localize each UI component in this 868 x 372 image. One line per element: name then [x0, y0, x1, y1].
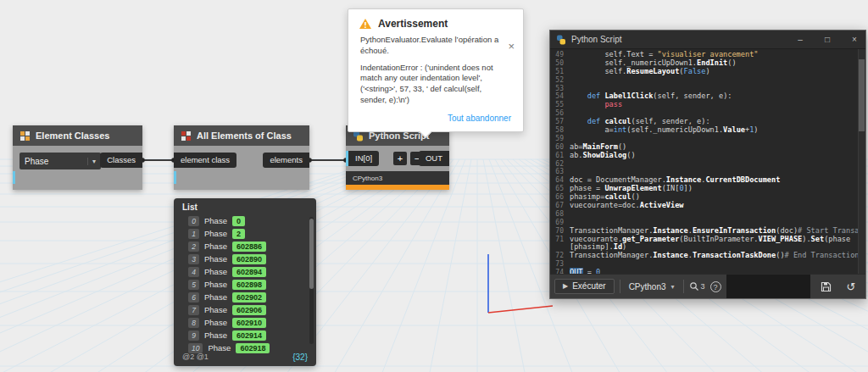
- warning-triangle-icon: !: [359, 18, 372, 30]
- zoom-control[interactable]: 3: [689, 281, 705, 291]
- input-port-in0[interactable]: IN[0]: [348, 151, 379, 166]
- list-count-badge: {32}: [292, 353, 308, 362]
- preview-accent-bar: [13, 171, 15, 184]
- list-scrollbar[interactable]: [309, 217, 314, 344]
- magnifier-icon: [689, 281, 699, 291]
- list-item: 8Phase602910: [188, 316, 316, 329]
- node-title: All Elements of Class: [197, 130, 292, 141]
- element-id-badge[interactable]: 0: [232, 216, 245, 226]
- python-icon: [556, 35, 566, 45]
- element-id-badge[interactable]: 602910: [232, 318, 266, 328]
- list-rows: 0Phase01Phase22Phase6028863Phase6028904P…: [174, 214, 316, 354]
- code-line[interactable]: 52: [550, 76, 865, 85]
- code-line[interactable]: 55 pass: [550, 101, 865, 109]
- code-line[interactable]: 51 self.ResumeLayout(False): [550, 68, 865, 76]
- maximize-button[interactable]: □: [816, 31, 838, 49]
- element-type-label: Phase: [204, 267, 227, 276]
- element-type-label: Phase: [204, 254, 227, 264]
- code-line[interactable]: 58 a=int(self._numericUpDown1.Value+1): [550, 126, 865, 135]
- list-item: 2Phase602886: [188, 240, 316, 253]
- line-number: 50: [550, 59, 564, 68]
- element-id-badge[interactable]: 602886: [232, 242, 266, 252]
- code-text: ab.ShowDialog(): [570, 152, 636, 160]
- help-button[interactable]: ?: [710, 281, 721, 292]
- line-number: 58: [550, 126, 564, 135]
- code-text: vuecourante=doc.ActiveView: [570, 202, 684, 210]
- run-button-label: Exécuter: [572, 281, 605, 291]
- run-button[interactable]: ▶ Exécuter: [554, 279, 615, 294]
- dynamo-canvas[interactable]: Element Classes Phase ▾ Classes All Elem…: [0, 0, 868, 372]
- play-icon: ▶: [563, 282, 568, 290]
- line-number: 63: [550, 168, 564, 176]
- close-button[interactable]: ×: [843, 31, 865, 49]
- engine-dropdown-value: CPython3: [629, 282, 666, 291]
- element-id-badge[interactable]: 2: [232, 229, 245, 239]
- phase-dropdown[interactable]: Phase ▾: [19, 153, 101, 169]
- line-number: 55: [550, 101, 564, 109]
- list-index-badge: 9: [188, 330, 199, 341]
- code-line[interactable]: 74OUT = 0: [550, 269, 865, 274]
- list-index-badge: 7: [188, 305, 199, 315]
- phase-dropdown-value: Phase: [25, 157, 48, 166]
- warning-popup: ! Avertissement × PythonEvaluator.Evalua…: [348, 8, 524, 132]
- list-index-badge: 1: [188, 229, 199, 239]
- code-text: a=int(self._numericUpDown1.Value+1): [570, 126, 759, 135]
- editor-toolbar: ▶ Exécuter CPython3 ▾ 3 ?: [550, 274, 865, 298]
- line-number: 57: [550, 118, 564, 126]
- editor-scrollbar[interactable]: [858, 49, 865, 274]
- output-port-elements[interactable]: elements: [263, 153, 309, 168]
- element-id-badge[interactable]: 602914: [232, 330, 266, 341]
- dismiss-all-link[interactable]: Tout abandonner: [348, 106, 523, 131]
- node-python-script[interactable]: Python Script IN[0] + − OUT CPython3: [346, 125, 449, 190]
- element-id-badge[interactable]: 602906: [232, 305, 266, 315]
- svg-text:!: !: [364, 21, 367, 30]
- add-input-button[interactable]: +: [393, 152, 407, 165]
- element-id-badge[interactable]: 602898: [232, 280, 266, 290]
- element-type-label: Phase: [204, 305, 227, 314]
- code-line[interactable]: 62: [550, 160, 865, 169]
- list-scrollbar-thumb[interactable]: [309, 219, 314, 289]
- preview-accent-bar: [174, 171, 176, 184]
- node-all-elements-header[interactable]: All Elements of Class: [174, 125, 309, 146]
- zoom-level-value: 3: [701, 282, 705, 291]
- code-line[interactable]: 72TransactionManager.Instance.Transactio…: [550, 252, 865, 260]
- save-button[interactable]: [815, 277, 836, 296]
- code-line[interactable]: 68: [550, 210, 865, 219]
- line-number: 72: [550, 252, 564, 260]
- toolbar-spacer: [726, 275, 810, 298]
- input-port-element-class[interactable]: element class: [174, 153, 236, 168]
- element-type-label: Phase: [204, 330, 227, 340]
- line-number: 66: [550, 193, 564, 202]
- editor-scrollbar-thumb[interactable]: [859, 59, 865, 131]
- code-line[interactable]: 61ab.ShowDialog(): [550, 152, 865, 160]
- python-editor-window[interactable]: Python Script – □ × 49 self.Text = "visu…: [549, 30, 866, 299]
- node-all-elements-of-class[interactable]: All Elements of Class element class elem…: [174, 125, 309, 190]
- element-type-label: Phase: [204, 242, 227, 251]
- list-preview-bubble[interactable]: List 0Phase01Phase22Phase6028863Phase602…: [174, 198, 316, 366]
- chevron-down-icon: ▾: [87, 158, 96, 165]
- list-item: 0Phase0: [188, 214, 316, 227]
- revert-button[interactable]: ↺: [841, 277, 861, 296]
- line-number: 59: [550, 135, 564, 143]
- output-port-classes[interactable]: Classes: [100, 153, 142, 168]
- list-item: 3Phase602890: [188, 253, 316, 265]
- editor-titlebar[interactable]: Python Script – □ ×: [550, 31, 865, 49]
- element-type-label: Phase: [204, 280, 227, 289]
- node-element-classes-header[interactable]: Element Classes: [13, 125, 142, 146]
- engine-dropdown[interactable]: CPython3 ▾: [626, 282, 678, 291]
- list-levels-indicator: @2 @1: [182, 353, 209, 362]
- warning-title: Avertissement: [378, 18, 448, 30]
- list-index-badge: 6: [188, 292, 199, 303]
- node-element-classes[interactable]: Element Classes Phase ▾ Classes: [13, 125, 142, 190]
- line-number: 51: [550, 68, 564, 76]
- element-id-badge[interactable]: 602902: [232, 292, 266, 303]
- element-id-badge[interactable]: 602890: [232, 254, 266, 264]
- minimize-button[interactable]: –: [789, 31, 811, 49]
- code-editor-area[interactable]: 49 self.Text = "visualiser avancement"50…: [550, 49, 865, 274]
- code-text: TransactionManager.Instance.TransactionT…: [570, 252, 860, 260]
- code-line[interactable]: 67vuecourante=doc.ActiveView: [550, 202, 865, 210]
- output-port-out[interactable]: OUT: [419, 151, 449, 166]
- close-icon[interactable]: ×: [508, 40, 515, 53]
- element-id-badge[interactable]: 602894: [232, 267, 266, 277]
- revert-icon: ↺: [847, 280, 856, 293]
